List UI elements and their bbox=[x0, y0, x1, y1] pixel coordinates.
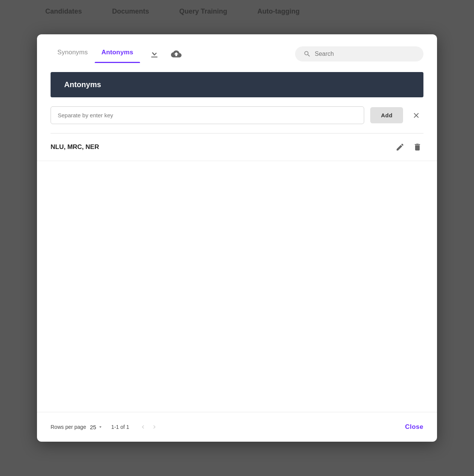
rows-per-page-label: Rows per page bbox=[51, 424, 86, 430]
edit-icon bbox=[396, 143, 405, 152]
prev-page-button[interactable] bbox=[137, 421, 149, 433]
row-actions bbox=[394, 141, 423, 153]
modal: Synonyms Antonyms bbox=[37, 34, 437, 442]
upload-button[interactable] bbox=[169, 46, 184, 61]
add-row: Add bbox=[37, 97, 437, 133]
list-item-text: NLU, MRC, NER bbox=[51, 143, 394, 151]
bg-nav-query-training: Query Training bbox=[179, 8, 227, 15]
modal-footer: Rows per page 25 1-1 of 1 Close bbox=[37, 412, 437, 442]
section-title: Antonyms bbox=[64, 80, 101, 89]
close-button[interactable]: Close bbox=[405, 423, 423, 431]
rows-per-page-select[interactable]: 25 bbox=[90, 424, 103, 430]
upload-icon bbox=[171, 49, 182, 59]
background-nav: Candidates Documents Query Training Auto… bbox=[0, 0, 474, 23]
add-input[interactable] bbox=[51, 106, 364, 124]
chevron-left-icon bbox=[140, 424, 146, 430]
tab-icons bbox=[147, 46, 184, 61]
rows-per-page-value: 25 bbox=[90, 424, 96, 430]
search-icon bbox=[303, 50, 311, 58]
search-input[interactable] bbox=[315, 51, 415, 57]
modal-tabs-row: Synonyms Antonyms bbox=[37, 34, 437, 63]
bg-nav-documents: Documents bbox=[112, 8, 149, 15]
add-button[interactable]: Add bbox=[370, 107, 403, 123]
bg-nav-auto-tagging: Auto-tagging bbox=[257, 8, 300, 15]
tab-synonyms[interactable]: Synonyms bbox=[51, 45, 95, 63]
edit-button[interactable] bbox=[394, 141, 406, 153]
delete-button[interactable] bbox=[411, 141, 423, 153]
close-icon bbox=[412, 111, 420, 120]
pagination-info: 1-1 of 1 bbox=[111, 424, 129, 430]
list-item: NLU, MRC, NER bbox=[37, 134, 437, 161]
section-header: Antonyms bbox=[51, 72, 423, 97]
download-button[interactable] bbox=[147, 46, 162, 61]
download-icon bbox=[149, 49, 160, 59]
clear-button[interactable] bbox=[409, 110, 423, 121]
tab-antonyms[interactable]: Antonyms bbox=[95, 45, 140, 63]
search-bar bbox=[295, 46, 423, 61]
next-page-button[interactable] bbox=[149, 421, 160, 433]
delete-icon bbox=[413, 143, 422, 152]
dropdown-icon bbox=[98, 424, 103, 430]
bg-nav-candidates: Candidates bbox=[45, 8, 82, 15]
chevron-right-icon bbox=[151, 424, 158, 430]
